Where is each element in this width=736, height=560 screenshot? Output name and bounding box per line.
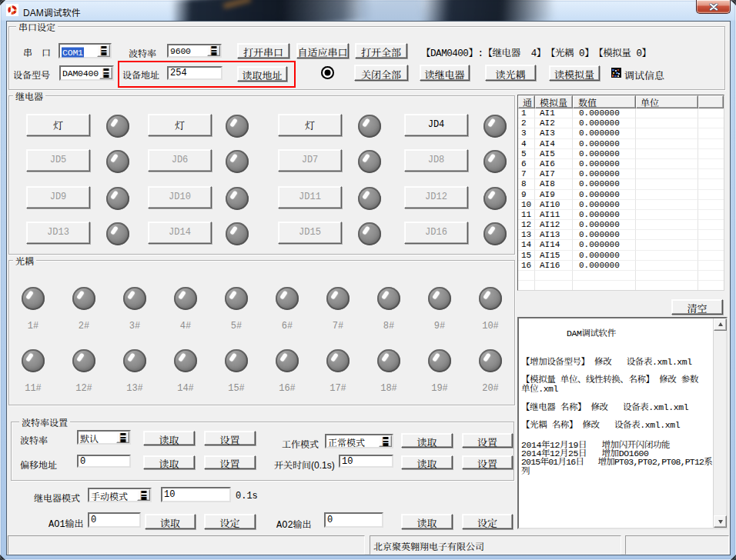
port-combobox-arrow[interactable] [97,45,110,57]
col-header-analog[interactable]: 模拟量 [535,95,573,108]
relay-button[interactable]: JD6 [148,149,212,172]
cell-name: AI14 [535,240,573,250]
status-indicator-light [321,66,334,79]
table-row[interactable]: 3 AI3 0.000000 [518,128,724,138]
baud-combobox-arrow[interactable] [207,45,220,56]
ao2-set-button[interactable]: 设定 [462,514,513,529]
read-analog-button[interactable]: 读模拟量 [549,65,600,81]
col-header-channel[interactable]: 通 [518,95,535,108]
baud-setting-combobox[interactable]: 默认 [77,430,131,445]
read-address-button[interactable]: 读取地址 [237,66,287,82]
port-combobox[interactable]: COM1 [59,43,112,58]
switch-time-read-button[interactable]: 读取 [401,455,453,469]
cell-value: 0.000000 [573,149,636,159]
model-combobox-arrow[interactable] [99,67,112,79]
baud-combobox[interactable]: 9600 [167,44,222,58]
table-row[interactable]: 7 AI7 0.000000 [518,169,724,179]
relay-button[interactable]: JD8 [404,149,468,172]
work-mode-combobox[interactable]: 正常模式 [325,434,393,448]
table-row[interactable]: 16 AI16 0.000000 [518,261,724,271]
close-button[interactable] [696,0,731,14]
relay-mode-value: 手动模式 [91,488,128,502]
relay-button[interactable]: JD5 [26,149,90,172]
ao1-set-button[interactable]: 设定 [204,514,256,529]
switch-time-set-button[interactable]: 设置 [462,455,513,469]
cell-name: AI10 [535,200,573,210]
relay-button[interactable]: JD12 [404,186,468,208]
col-header-value[interactable]: 数值 [573,95,636,108]
relay-button[interactable]: 灯 [148,114,212,136]
opto-indicator-lamp [22,349,45,372]
combo-arrow-icon [141,491,146,500]
table-row[interactable]: 1 AI1 0.000000 [518,108,724,118]
work-mode-read-button[interactable]: 读取 [401,433,453,448]
opto-indicator-lamp [225,349,248,372]
table-row[interactable]: 13 AI13 0.000000 [518,230,724,240]
relay-button[interactable]: JD16 [404,222,468,244]
scroll-down-button[interactable] [714,515,727,528]
open-port-button[interactable]: 打开串口 [237,43,289,58]
opto-channel-label: 13# [109,383,160,394]
ao1-input[interactable] [88,512,141,528]
table-row[interactable]: 4 AI4 0.000000 [518,139,724,149]
relay-mode-arrow[interactable] [137,489,150,501]
relay-mode-combobox[interactable]: 手动模式 [88,488,152,502]
title-bar[interactable]: DAM调试软件 [0,0,736,22]
table-row[interactable]: 10 AI10 0.000000 [518,200,724,210]
table-row[interactable]: 8 AI8 0.000000 [518,179,724,189]
debug-info-icon [611,68,621,78]
combo-arrow-icon [211,46,216,55]
info-scrollbar[interactable] [713,318,726,528]
switch-time-input[interactable] [339,455,393,468]
info-line: 2015年01月16日 增加PT03,PT02,PT08,PT12系 [521,458,712,467]
table-row[interactable]: 9 AI9 0.000000 [518,190,724,200]
relay-button[interactable]: 灯 [278,114,342,136]
baud-set-button[interactable]: 设置 [204,431,256,445]
work-mode-arrow[interactable] [379,435,392,447]
col-header-unit[interactable]: 单位 [636,95,698,108]
relay-button[interactable]: JD11 [278,186,342,208]
scroll-up-button[interactable] [714,318,727,331]
table-row[interactable]: 12 AI12 0.000000 [518,220,724,230]
offset-set-button[interactable]: 设置 [204,455,256,469]
model-combobox[interactable]: DAM0400 [59,65,114,81]
relay-button[interactable]: JD10 [148,186,212,208]
baud-read-button[interactable]: 读取 [143,431,195,445]
ao2-read-button[interactable]: 读取 [401,514,453,529]
auto-adapt-button[interactable]: 自适应串口 [296,43,349,58]
open-all-button[interactable]: 打开全部 [355,43,407,58]
offset-read-button[interactable]: 读取 [143,455,195,469]
table-row[interactable]: 15 AI15 0.000000 [518,251,724,261]
table-row[interactable]: 11 AI11 0.000000 [518,210,724,220]
relay-button[interactable]: JD13 [26,222,90,244]
cell-value: 0.000000 [573,179,636,189]
opto-channel-label: 17# [313,383,363,394]
cell-extra [698,159,724,169]
clear-button[interactable]: 清空 [671,299,723,315]
relay-button[interactable]: JD9 [26,186,90,208]
table-row[interactable]: 2 AI2 0.000000 [518,118,724,128]
ao2-input[interactable] [324,512,383,528]
relay-button[interactable]: 灯 [26,114,90,136]
table-row[interactable]: 5 AI5 0.000000 [518,149,724,159]
read-relay-button[interactable]: 读继电器 [420,65,470,81]
relay-indicator-lamp [106,187,129,210]
col-header-extra[interactable] [698,95,724,108]
read-opto-button[interactable]: 读光耦 [485,65,536,81]
relay-indicator-lamp [106,222,129,245]
cell-name: AI2 [535,118,573,128]
relay-indicator-lamp [106,150,129,173]
offset-input[interactable] [77,455,131,468]
baud-setting-arrow[interactable] [116,432,129,443]
table-row[interactable]: 14 AI14 0.000000 [518,240,724,250]
table-row[interactable]: 6 AI6 0.000000 [518,159,724,169]
cell-channel: 8 [518,179,535,189]
relay-button[interactable]: JD15 [278,222,342,244]
ao1-read-button[interactable]: 读取 [145,514,196,529]
close-all-button[interactable]: 关闭全部 [354,65,408,81]
relay-button[interactable]: JD14 [148,222,212,244]
relay-button[interactable]: JD7 [278,149,342,172]
relay-mode-time-input[interactable] [161,487,231,502]
relay-button[interactable]: JD4 [404,114,468,136]
work-mode-set-button[interactable]: 设置 [462,433,513,448]
